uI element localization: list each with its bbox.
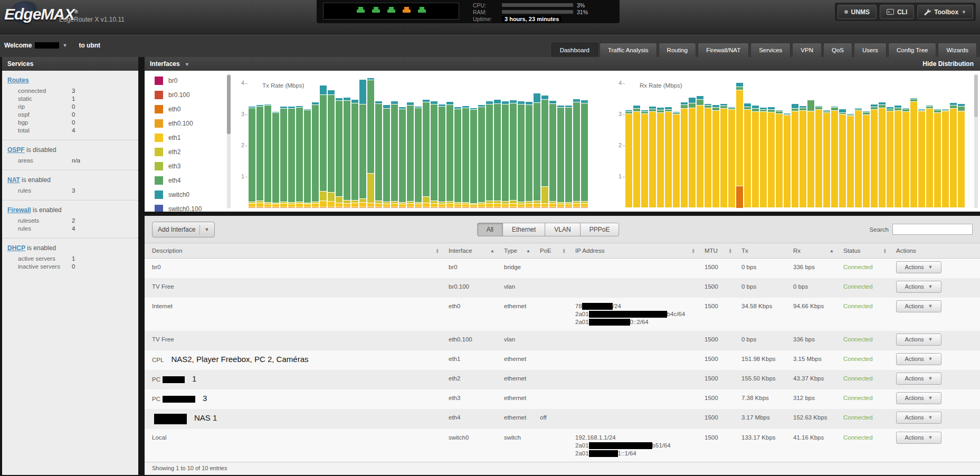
column-header-type[interactable]: Type▲ [504, 247, 540, 254]
cell-tx: 34.58 Kbps [741, 298, 793, 315]
filter-pppoe[interactable]: PPPoE [580, 223, 620, 236]
actions-button[interactable]: Actions▼ [896, 334, 941, 346]
bar-segment-eth4 [328, 94, 335, 192]
ip-address-line: 2a01b4c/64 [575, 310, 699, 318]
legend-item-eth3[interactable]: eth3 [145, 159, 227, 173]
cell-ip-address: 192.168.1.1/242a01b51/642a011::1/64 [575, 429, 705, 462]
tab-wizards[interactable]: Wizards [938, 43, 977, 57]
bar-segment-eth1 [673, 114, 680, 207]
legend-item-eth1[interactable]: eth1 [145, 130, 227, 145]
distribution-scrollbar-thumb[interactable] [974, 75, 978, 117]
tab-qos[interactable]: QoS [823, 43, 852, 57]
actions-chevron-icon: ▼ [928, 262, 933, 273]
tab-config-tree[interactable]: Config Tree [888, 43, 936, 57]
sidebar-link-dhcp[interactable]: DHCP [7, 244, 25, 252]
sidebar-link-ospf[interactable]: OSPF [7, 146, 25, 154]
column-header-status[interactable]: Status▲▼ [843, 247, 896, 254]
toolbox-button[interactable]: Toolbox ▼ [917, 5, 973, 19]
bar-segment-eth0 [470, 207, 477, 208]
column-header-ip-address[interactable]: IP Address▲▼ [575, 247, 705, 254]
stacked-bar [752, 105, 759, 208]
cell-type: ethernet [504, 298, 540, 315]
tab-routing[interactable]: Routing [659, 43, 697, 57]
cli-button[interactable]: >_ CLI [880, 5, 914, 19]
filter-vlan[interactable]: VLAN [545, 223, 580, 236]
hide-distribution-link[interactable]: Hide Distribution [922, 57, 974, 71]
redacted-text [163, 396, 195, 403]
ip-address-line: 192.168.1.1/24 [575, 434, 699, 442]
bar-segment-eth4 [541, 99, 548, 186]
legend-color-swatch [155, 191, 163, 199]
ip-text: 2a01 [575, 450, 589, 456]
sidebar-link-firewall[interactable]: Firewall [7, 206, 31, 214]
search-input[interactable] [892, 224, 973, 235]
sidebar-link-nat[interactable]: NAT [7, 176, 20, 184]
stacked-bar [423, 99, 430, 208]
column-header-rx[interactable]: Rx▲ [793, 247, 843, 254]
legend-item-eth0[interactable]: eth0 [145, 102, 227, 116]
user-menu-chevron-icon[interactable]: ▼ [62, 43, 67, 48]
stacked-bar [510, 100, 517, 208]
actions-button[interactable]: Actions▼ [896, 373, 941, 385]
interfaces-chevron-icon[interactable]: ▼ [185, 62, 189, 67]
column-header-mtu[interactable]: MTU▲▼ [705, 247, 741, 254]
actions-button[interactable]: Actions▼ [896, 261, 941, 273]
unms-button[interactable]: UNMS [838, 5, 877, 19]
tab-traffic-analysis[interactable]: Traffic Analysis [600, 43, 657, 57]
filter-all[interactable]: All [477, 223, 503, 236]
legend-item-br0-100[interactable]: br0.100 [145, 88, 227, 102]
column-header-description[interactable]: Description▲▼ [152, 247, 449, 254]
bar-segment-eth1 [486, 203, 493, 207]
actions-button[interactable]: Actions▼ [896, 300, 941, 312]
legend-item-eth0-100[interactable]: eth0.100 [145, 116, 227, 130]
actions-button[interactable]: Actions▼ [896, 281, 941, 293]
cell-mtu: 1500 [705, 350, 741, 368]
hostname-label: to ubnt [79, 42, 100, 49]
legend-scrollbar[interactable] [227, 74, 231, 208]
legend-item-eth2[interactable]: eth2 [145, 145, 227, 159]
bar-segment-eth4 [681, 104, 688, 108]
bar-segment-eth0 [657, 207, 664, 208]
redacted-username [35, 42, 59, 49]
actions-button[interactable]: Actions▼ [896, 392, 941, 404]
cell-tx: 0 bps [741, 331, 793, 348]
distribution-scrollbar[interactable] [974, 74, 978, 208]
tab-vpn[interactable]: VPN [792, 43, 822, 57]
actions-button[interactable]: Actions▼ [896, 432, 941, 444]
tab-users[interactable]: Users [854, 43, 887, 57]
bar-segment-eth1 [926, 108, 933, 207]
stacked-bar [359, 79, 366, 208]
tab-firewall-nat[interactable]: Firewall/NAT [698, 43, 749, 57]
filter-ethernet[interactable]: Ethernet [502, 223, 545, 236]
cell-poe [540, 370, 575, 379]
cell-description: NAS 1 [152, 409, 449, 429]
cell-description: Local [152, 429, 449, 446]
legend-item-eth4[interactable]: eth4 [145, 173, 227, 187]
tab-services[interactable]: Services [750, 43, 791, 57]
actions-button[interactable]: Actions▼ [896, 412, 941, 424]
table-row-switch0: Localswitch0switch192.168.1.1/242a01b51/… [145, 429, 980, 462]
column-header-interface[interactable]: Interface▲ [449, 247, 504, 254]
sidebar-link-routes[interactable]: Routes [7, 77, 29, 84]
actions-button[interactable]: Actions▼ [896, 353, 941, 365]
table-footer: Showing 1 to 10 of 10 entries [145, 462, 980, 475]
add-interface-button[interactable]: Add Interface ▼ [152, 222, 215, 237]
stacked-bar [296, 106, 303, 208]
y-axis-tick-mark [623, 177, 625, 177]
legend-color-swatch [155, 148, 163, 156]
stacked-bar [304, 109, 311, 208]
legend-scrollbar-thumb[interactable] [227, 75, 231, 134]
stacked-bar [581, 100, 588, 208]
sidebar-stat-row: ospf0 [2, 110, 138, 118]
legend-item-switch0-100[interactable]: switch0.100 [145, 202, 227, 212]
cell-status: Connected [843, 298, 896, 315]
bar-segment-eth4 [264, 105, 271, 202]
legend-item-switch0[interactable]: switch0 [145, 187, 227, 202]
interfaces-panel-title: Interfaces [150, 60, 180, 68]
tab-dashboard[interactable]: Dashboard [551, 43, 598, 57]
legend-item-br0[interactable]: br0 [145, 73, 227, 88]
y-axis-tick-mark [245, 115, 248, 115]
column-header-poe[interactable]: PoE▲▼ [540, 247, 575, 254]
bar-segment-eth4 [502, 104, 509, 201]
stacked-bar [902, 108, 909, 208]
